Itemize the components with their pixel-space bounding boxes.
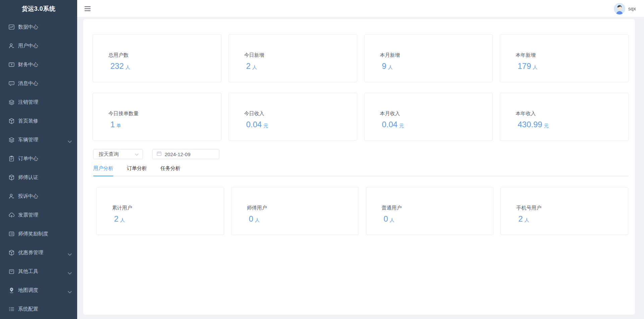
chevron-down-icon (68, 251, 72, 254)
sidebar: 货运3.0系统 数据中心 用户中心 ¥ 财务中心 (0, 0, 77, 319)
sidebar-item-homepage-decoration[interactable]: 首页装修 (0, 111, 77, 130)
stat-unit: 单 (116, 123, 121, 128)
stat-value: 2 (518, 214, 523, 223)
stat-value: 179 (518, 61, 531, 71)
layers-icon (8, 99, 15, 105)
query-type-value: 按天查询 (99, 151, 135, 157)
stat-value: 430.99 (518, 120, 542, 129)
stat-unit: 人 (252, 64, 257, 70)
stat-value: 0.04 (382, 120, 398, 129)
cube-icon (8, 249, 15, 256)
stat-value: 0.04 (246, 120, 262, 129)
sidebar-item-label: 其他工具 (18, 268, 68, 275)
stat-label: 本年收入 (516, 110, 628, 117)
sidebar-item-finance-center[interactable]: ¥ 财务中心 (0, 55, 77, 74)
sidebar-item-label: 车辆管理 (18, 137, 68, 143)
sidebar-item-label: 数据中心 (18, 24, 72, 30)
sidebar-item-user-center[interactable]: 用户中心 (0, 36, 77, 55)
stat-unit: 人 (525, 217, 529, 223)
date-picker[interactable]: 2024-12-09 (152, 149, 219, 159)
sidebar-item-logout-management[interactable]: 注销管理 (0, 93, 77, 111)
sidebar-item-vehicle-management[interactable]: 车辆管理 (0, 130, 77, 149)
config-list-icon (8, 306, 15, 312)
message-icon (8, 80, 15, 87)
stats-row-1: 总用户数 232人 今日新增 2人 本月新增 9人 本年新增 179人 (93, 34, 629, 82)
stat-unit: 元 (399, 123, 404, 128)
sidebar-item-master-reward-system[interactable]: 师傅奖励制度 (0, 224, 77, 243)
sidebar-item-map-dispatch[interactable]: 地图调度 (0, 281, 77, 300)
stat-unit: 人 (388, 64, 393, 70)
username[interactable]: sqx (628, 6, 636, 11)
sidebar-item-invoice-management[interactable]: 发票管理 (0, 206, 77, 224)
query-type-select[interactable]: 按天查询 (93, 149, 143, 159)
avatar[interactable] (614, 3, 625, 14)
stat-label: 总用户数 (108, 52, 221, 58)
sidebar-item-label: 注销管理 (18, 99, 72, 105)
sidebar-item-system-config[interactable]: 系统配置 (0, 300, 77, 318)
stat-value: 9 (382, 61, 386, 71)
stat-value: 232 (110, 61, 124, 71)
hamburger-menu-icon[interactable] (85, 6, 91, 11)
sidebar-item-label: 首页装修 (18, 118, 72, 124)
sidebar-item-label: 消息中心 (18, 80, 72, 87)
chevron-down-icon (68, 270, 72, 273)
stat-card-month-income: 本月收入 0.04元 (364, 93, 493, 141)
stat-label: 累计用户 (112, 205, 224, 211)
app-title: 货运3.0系统 (0, 0, 77, 17)
sidebar-menu: 数据中心 用户中心 ¥ 财务中心 消息中心 (0, 17, 77, 318)
tab-order-analysis[interactable]: 订单分析 (127, 163, 147, 176)
sidebar-item-master-certification[interactable]: 师傅认证 (0, 168, 77, 187)
finance-icon: ¥ (8, 61, 15, 68)
stat-label: 师傅用户 (247, 205, 359, 211)
sidebar-item-label: 财务中心 (18, 61, 72, 68)
calendar-icon (157, 151, 162, 157)
sidebar-item-label: 订单中心 (18, 155, 72, 162)
chevron-down-icon (68, 289, 72, 291)
stat-unit: 人 (390, 217, 394, 223)
sidebar-item-complaint-center[interactable]: 投诉中心 (0, 187, 77, 206)
main-area: sqx 总用户数 232人 今日新增 2人 本月新增 9人 (77, 0, 644, 319)
stat-card-normal-users: 普通用户 0人 (366, 187, 494, 235)
sidebar-item-label: 师傅认证 (18, 174, 72, 181)
chevron-down-icon (68, 138, 72, 141)
sidebar-item-coupon-management[interactable]: 优惠券管理 (0, 243, 77, 262)
tab-task-analysis[interactable]: 任务分析 (160, 163, 180, 176)
app-root: 货运3.0系统 数据中心 用户中心 ¥ 财务中心 (0, 0, 644, 319)
sidebar-item-label: 系统配置 (18, 306, 72, 312)
map-pin-icon (8, 287, 15, 293)
sidebar-item-label: 地图调度 (18, 287, 68, 293)
sidebar-item-message-center[interactable]: 消息中心 (0, 74, 77, 93)
filter-row: 按天查询 2024-12-09 (93, 149, 629, 159)
stats-row-2: 今日接单数量 1单 今日收入 0.04元 本月收入 0.04元 本年收入 430… (93, 93, 629, 141)
sidebar-item-label: 投诉中心 (18, 193, 72, 199)
content-area: 总用户数 232人 今日新增 2人 本月新增 9人 本年新增 179人 (77, 17, 644, 319)
stat-card-month-new: 本月新增 9人 (364, 34, 493, 82)
tab-user-analysis[interactable]: 用户分析 (93, 163, 113, 176)
stat-card-phone-users: 手机号用户 2人 (500, 187, 628, 235)
stat-card-year-new: 本年新增 179人 (500, 34, 629, 82)
stat-unit: 人 (120, 217, 125, 223)
stat-card-cumulative-users: 累计用户 2人 (96, 187, 224, 235)
sidebar-item-label: 用户中心 (18, 43, 72, 49)
stat-value: 2 (246, 61, 251, 71)
stat-label: 今日收入 (244, 110, 357, 117)
sidebar-item-order-center[interactable]: 订单中心 (0, 149, 77, 168)
stat-value: 2 (114, 214, 118, 223)
cube-icon (8, 118, 15, 124)
stat-value: 0 (384, 214, 388, 223)
tab-content-user-analysis: 累计用户 2人 师傅用户 0人 普通用户 0人 手机号用户 (93, 176, 629, 235)
chevron-down-icon (135, 151, 139, 157)
stat-unit: 人 (533, 64, 537, 70)
stat-unit: 元 (263, 123, 268, 128)
stat-label: 手机号用户 (516, 205, 628, 211)
analysis-cards-row: 累计用户 2人 师傅用户 0人 普通用户 0人 手机号用户 (96, 187, 628, 235)
stat-card-today-income: 今日收入 0.04元 (228, 93, 357, 141)
stat-value: 0 (249, 214, 253, 223)
stat-unit: 人 (255, 217, 260, 223)
sidebar-item-data-center[interactable]: 数据中心 (0, 17, 77, 36)
user-icon (8, 43, 15, 49)
stat-unit: 元 (544, 123, 549, 128)
top-header: sqx (77, 0, 644, 17)
dashboard-panel: 总用户数 232人 今日新增 2人 本月新增 9人 本年新增 179人 (83, 19, 635, 315)
sidebar-item-other-tools[interactable]: 其他工具 (0, 262, 77, 281)
